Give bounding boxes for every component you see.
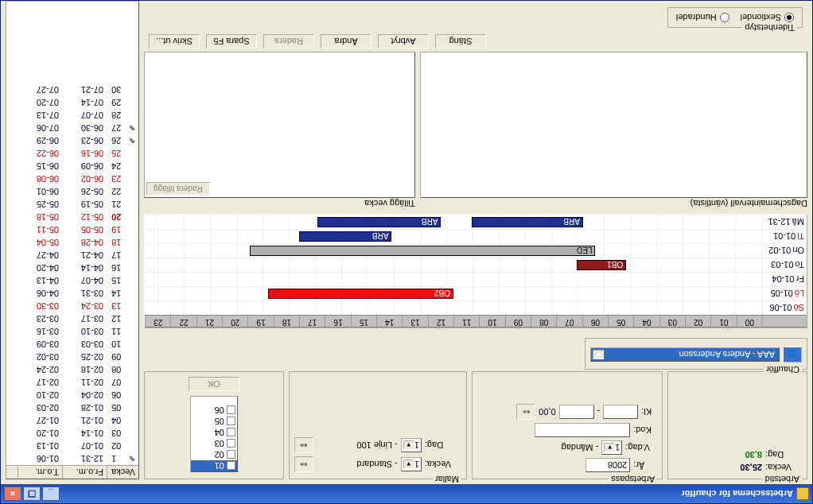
week-row[interactable]: 0401-2101-27 [6, 414, 138, 427]
week-row[interactable]: 2105-1905-25 [6, 198, 138, 211]
dagschema-list[interactable] [420, 52, 807, 198]
week-row[interactable]: 1504-0704-13 [6, 274, 138, 287]
vdag-text: - Måndag [562, 443, 598, 452]
chevron-down-icon: ▾ [604, 443, 615, 452]
maximize-button[interactable]: ❐ [23, 487, 41, 501]
dag-value: 8,30 [745, 450, 762, 459]
person-icon: 👤 [783, 347, 802, 362]
eraser-icon[interactable]: ✏ [516, 404, 535, 420]
week-row[interactable]: ✎112-3101-06 [6, 452, 138, 465]
checklist-item[interactable]: 04 [191, 427, 237, 438]
chevron-down-icon: ▾ [403, 440, 414, 450]
ok-button[interactable]: OK [189, 377, 239, 391]
andra-button[interactable]: Ändra [321, 34, 371, 48]
checklist-item[interactable]: 05 [191, 416, 237, 427]
week-row[interactable]: 0802-1802-24 [6, 363, 138, 376]
titlebar: Arbetsschema för chaufför _ ❐ × [1, 484, 812, 503]
dagschema-label: Dagschemaintervall (väntlista) [420, 198, 807, 209]
radera-button[interactable]: Radera [263, 34, 314, 48]
mvecka-text: - Standard [356, 459, 397, 469]
ar-input[interactable] [585, 458, 630, 472]
tidenhetstyp-legend: Tidenhetstyp [742, 23, 797, 33]
kl-from-input[interactable] [603, 405, 638, 419]
chauffor-select[interactable]: AAA - Anders Andersson ▾ [590, 347, 780, 362]
kod-input[interactable] [535, 423, 630, 437]
mvecka-label: Vecka: [425, 459, 461, 469]
window-title: Arbetsschema för chaufför [61, 489, 793, 498]
kl-to-input[interactable] [559, 405, 594, 419]
spara-button[interactable]: Spara F5 [206, 34, 257, 48]
arbetspass-legend: Arbetspass [609, 475, 657, 484]
minimize-button[interactable]: _ [42, 487, 60, 501]
week-row[interactable]: 2406-0906-15 [6, 160, 138, 173]
checklist-item[interactable]: 02 [191, 449, 237, 460]
vdag-label: V.dag: [625, 443, 657, 452]
chevron-down-icon: ▾ [403, 459, 414, 469]
week-row[interactable]: 2306-0206-08 [6, 173, 138, 185]
week-row[interactable]: 0702-1102-17 [6, 376, 138, 389]
chevron-down-icon: ▾ [593, 350, 604, 359]
vecka-label: Vecka: [765, 463, 802, 472]
sextiondel-radio[interactable]: Sextiondel [741, 13, 794, 22]
mall-vecka-select[interactable]: 1▾ [401, 457, 422, 471]
mallar-legend: Mallar [433, 475, 461, 484]
tillagg-vecka-label: Tillägg vecka [144, 198, 415, 209]
col-tom: T.o.m. [18, 466, 62, 479]
vdag-select[interactable]: 1▾ [601, 440, 622, 455]
timeline-day-row[interactable]: Ti01-01ARB [145, 229, 807, 243]
week-row[interactable]: 0201-0701-13 [6, 440, 138, 452]
hundradel-radio[interactable]: Hundradel [676, 13, 729, 22]
week-row[interactable]: 1303-2403-30 [6, 300, 138, 312]
week-row[interactable]: 1604-1404-20 [6, 262, 138, 274]
eraser-icon[interactable]: ✏ [294, 456, 313, 472]
week-row[interactable]: 2807-0707-13 [6, 109, 138, 122]
week-row[interactable]: 1905-0505-11 [6, 223, 138, 236]
week-row[interactable]: 0902-2503-02 [6, 351, 138, 363]
week-row[interactable]: ✎2606-2306-29 [6, 134, 138, 147]
week-row[interactable]: 1003-0303-09 [6, 338, 138, 351]
weeks-checklist[interactable]: 010203040506 [190, 396, 238, 472]
tillagg-list[interactable]: Radera tillägg [144, 52, 415, 198]
eraser-icon[interactable]: ✏ [294, 437, 313, 453]
week-row[interactable]: 2907-1407-20 [6, 96, 138, 109]
week-row[interactable]: 1103-1003-16 [6, 325, 138, 338]
col-vecka: Vecka [107, 466, 138, 479]
week-row[interactable]: 0501-2802-03 [6, 401, 138, 414]
close-button[interactable]: × [4, 487, 21, 501]
week-row[interactable]: 1403-3104-06 [6, 287, 138, 300]
week-row[interactable]: 2506-1606-22 [6, 147, 138, 160]
stang-button[interactable]: Stäng [435, 34, 486, 48]
checklist-item[interactable]: 03 [191, 438, 237, 449]
week-row[interactable]: 0301-1401-20 [6, 427, 138, 440]
app-icon [796, 487, 809, 500]
timeline-day-row[interactable]: On01-02LED [145, 243, 807, 258]
checklist-item[interactable]: 06 [191, 405, 237, 416]
week-row[interactable]: 1203-1703-23 [6, 312, 138, 325]
avbryt-button[interactable]: Avbryt [378, 34, 429, 48]
week-row[interactable]: 2205-2606-01 [6, 185, 138, 198]
week-row[interactable]: 1704-2104-27 [6, 249, 138, 262]
mdag-label: Dag: [425, 440, 461, 450]
timeline-day-row[interactable]: Må12-31ARBARB [145, 215, 807, 229]
week-row[interactable]: 0602-0402-10 [6, 389, 138, 401]
week-timeline: 0001020304050607080910111213141516171819… [144, 214, 807, 328]
week-row[interactable]: ✎2706-3007-06 [6, 122, 138, 134]
timeline-day-row[interactable]: To01-03OB1 [145, 258, 807, 272]
week-row[interactable]: 3007-2107-27 [6, 83, 138, 96]
skrivut-button[interactable]: Skriv ut... [149, 34, 200, 48]
mall-dag-select[interactable]: 1▾ [401, 438, 422, 452]
chauffor-legend2: Chaufför [764, 365, 802, 374]
radera-tillagg-button[interactable]: Radera tillägg [146, 182, 210, 196]
week-table[interactable]: Vecka Fr.o.m. T.o.m. ✎112-3101-060201-07… [6, 1, 139, 479]
timeline-day-row[interactable]: Lö01-05OB2 [145, 286, 807, 300]
kl-zero: 0,00 [539, 407, 555, 417]
arbetstid-legend: Arbetstid [763, 475, 802, 484]
week-row[interactable]: 2005-1205-18 [6, 211, 138, 223]
timeline-day-row[interactable]: Sö01-06 [145, 300, 807, 315]
checklist-item[interactable]: 01 [191, 460, 237, 471]
week-row[interactable]: 1804-2805-04 [6, 236, 138, 249]
timeline-day-row[interactable]: Fr01-04 [145, 272, 807, 286]
kl-label: Kl: [641, 407, 657, 417]
ar-label: År: [633, 460, 657, 470]
vecka-value: 25,30 [740, 463, 762, 472]
